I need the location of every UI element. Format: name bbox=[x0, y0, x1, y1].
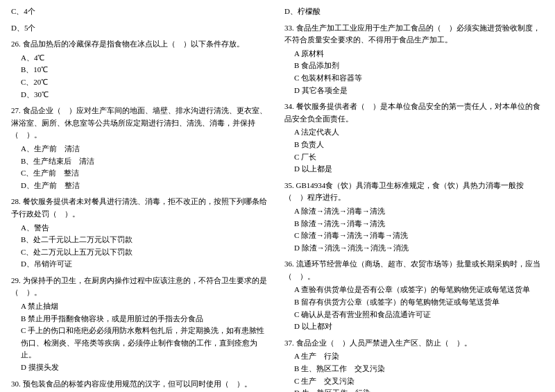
left-column: C、4个 D、5个 26. 食品加热后的冷藏保存是指食物在冰点以上（ ）以下条件… bbox=[11, 6, 271, 392]
q33-text: 33. 食品生产加工工业应用于生产加工食品的（ ）必须实施进货验收制度，不符合质… bbox=[284, 22, 544, 46]
q27-opt-d: D、生产前 整洁 bbox=[21, 180, 271, 192]
q26-options: A、4℃ B、10℃ C、20℃ D、30℃ bbox=[11, 52, 271, 101]
q36-block: 36. 流通环节经营单位（商场、超市、农贸市场等）批量或长期采购时，应当（ ）。… bbox=[284, 258, 544, 333]
q33-opt-a: A 原材料 bbox=[294, 48, 544, 60]
right-column: D、柠檬酸 33. 食品生产加工工业应用于生产加工食品的（ ）必须实施进货验收制… bbox=[284, 6, 544, 392]
q27-options: A、生产前 清洁 B、生产结束后 清洁 C、生产前 整洁 D、生产前 整洁 bbox=[11, 143, 271, 191]
q35-opt-d: D 除渣→消洗→消洗→消洗→消洗 bbox=[294, 242, 544, 255]
q28-opt-d: D、吊销许可证 bbox=[21, 258, 271, 271]
q37-opt-b: B 生、熟区工作 交叉污染 bbox=[294, 363, 544, 375]
q-d-citric-text: D、柠檬酸 bbox=[284, 6, 544, 18]
q-c4-text: C、4个 bbox=[11, 6, 271, 18]
q33-opt-d: D 其它各项全是 bbox=[294, 85, 544, 97]
q35-opt-b: B 除渣→清洗→消毒→清洗 bbox=[294, 218, 544, 230]
q28-opt-c: C、处二万元以上五万元以下罚款 bbox=[21, 246, 271, 259]
page-container: C、4个 D、5个 26. 食品加热后的冷藏保存是指食物在冰点以上（ ）以下条件… bbox=[11, 6, 544, 392]
q30-block: 30. 预包装食品的标签内容应使用规范的汉字，但可以同时使用（ ）。 A、拼音 … bbox=[11, 378, 271, 392]
q34-options: A 法定代表人 B 负责人 C 厂长 D 以上都是 bbox=[284, 126, 544, 175]
q35-options: A 除渣→清洗→消毒→清洗 B 除渣→清洗→消毒→清洗 C 除渣→消毒→清洗→消… bbox=[284, 205, 544, 254]
q28-text: 28. 餐饮服务提供者未对餐具进行清洗、消毒，拒不改正的，按照下列哪条给予行政处… bbox=[11, 196, 271, 220]
q28-opt-a: A、警告 bbox=[21, 222, 271, 235]
q26-opt-d: D、30℃ bbox=[21, 89, 271, 101]
q33-block: 33. 食品生产加工工业应用于生产加工食品的（ ）必须实施进货验收制度，不符合质… bbox=[284, 22, 544, 97]
q35-opt-c: C 除渣→消毒→清洗→消毒→清洗 bbox=[294, 230, 544, 242]
q36-opt-a: A 查验有供货单位是否有公章（或签字）的每笔购物凭证或每笔送货单 bbox=[294, 284, 544, 296]
q28-block: 28. 餐饮服务提供者未对餐具进行清洗、消毒，拒不改正的，按照下列哪条给予行政处… bbox=[11, 196, 271, 271]
q37-options: A 生产 行染 B 生、熟区工作 交叉污染 C 生产 交叉污染 D 生、熟区工作… bbox=[284, 350, 544, 392]
q-d5-text: D、5个 bbox=[11, 22, 271, 35]
q-c4: C、4个 bbox=[11, 6, 271, 18]
q34-text: 34. 餐饮服务提供者者（ ）是本单位食品安全的第一责任人，对本单位的食品安全负… bbox=[284, 101, 544, 125]
q37-opt-d: D 生、熟区工作 行染 bbox=[294, 387, 544, 392]
q35-text: 35. GB14934食（饮）具消毒卫生标准规定，食（饮）具热力消毒一般按（ ）… bbox=[284, 180, 544, 204]
q34-opt-d: D 以上都是 bbox=[294, 163, 544, 176]
q27-opt-c: C、生产前 整洁 bbox=[21, 167, 271, 180]
q34-opt-c: C 厂长 bbox=[294, 151, 544, 164]
q27-opt-b: B、生产结束后 清洁 bbox=[21, 155, 271, 168]
q34-block: 34. 餐饮服务提供者者（ ）是本单位食品安全的第一责任人，对本单位的食品安全负… bbox=[284, 101, 544, 176]
q29-opt-b: B 禁止用手指翻食物容块，或是用脏过的手指去分食品 bbox=[21, 313, 271, 325]
q36-opt-c: C 确认从是否有营业照和食品流通许可证 bbox=[294, 309, 544, 321]
q36-text: 36. 流通环节经营单位（商场、超市、农贸市场等）批量或长期采购时，应当（ ）。 bbox=[284, 258, 544, 282]
q26-opt-a: A、4℃ bbox=[21, 52, 271, 65]
q35-opt-a: A 除渣→清洗→消毒→清洗 bbox=[294, 205, 544, 218]
q37-opt-c: C 生产 交叉污染 bbox=[294, 375, 544, 388]
q30-text: 30. 预包装食品的标签内容应使用规范的汉字，但可以同时使用（ ）。 bbox=[11, 378, 271, 391]
q29-opt-a: A 禁止抽烟 bbox=[21, 300, 271, 313]
q37-block: 37. 食品企业（ ）人员严禁进入生产区、防止（ ）。 A 生产 行染 B 生、… bbox=[284, 337, 544, 392]
q27-text: 27. 食品企业（ ）应对生产车间的地面、墙壁、排水沟进行清洗、更衣室、淋浴室、… bbox=[11, 105, 271, 142]
q29-opt-d: D 摸摸头发 bbox=[21, 361, 271, 374]
q27-block: 27. 食品企业（ ）应对生产车间的地面、墙壁、排水沟进行清洗、更衣室、淋浴室、… bbox=[11, 105, 271, 191]
q34-opt-b: B 负责人 bbox=[294, 139, 544, 151]
q35-block: 35. GB14934食（饮）具消毒卫生标准规定，食（饮）具热力消毒一般按（ ）… bbox=[284, 180, 544, 255]
q29-options: A 禁止抽烟 B 禁止用手指翻食物容块，或是用脏过的手指去分食品 C 手上的伤口… bbox=[11, 300, 271, 374]
q37-text: 37. 食品企业（ ）人员严禁进入生产区、防止（ ）。 bbox=[284, 337, 544, 350]
q-d5: D、5个 bbox=[11, 22, 271, 35]
q26-text: 26. 食品加热后的冷藏保存是指食物在冰点以上（ ）以下条件存放。 bbox=[11, 38, 271, 51]
q33-opt-c: C 包装材料和容器等 bbox=[294, 72, 544, 85]
q29-text: 29. 为保持手的卫生，在厨房内操作过程中应该注意的，不符合卫生要求的是（ ）。 bbox=[11, 275, 271, 299]
q33-options: A 原材料 B 食品添加剂 C 包装材料和容器等 D 其它各项全是 bbox=[284, 48, 544, 96]
q28-opt-b: B、处二千元以上二万元以下罚款 bbox=[21, 234, 271, 246]
q36-opt-d: D 以上都对 bbox=[294, 321, 544, 333]
q37-opt-a: A 生产 行染 bbox=[294, 350, 544, 363]
q36-options: A 查验有供货单位是否有公章（或签字）的每笔购物凭证或每笔送货单 B 留存有供货… bbox=[284, 284, 544, 332]
q34-opt-a: A 法定代表人 bbox=[294, 126, 544, 139]
q29-block: 29. 为保持手的卫生，在厨房内操作过程中应该注意的，不符合卫生要求的是（ ）。… bbox=[11, 275, 271, 374]
q26-block: 26. 食品加热后的冷藏保存是指食物在冰点以上（ ）以下条件存放。 A、4℃ B… bbox=[11, 38, 271, 101]
q28-options: A、警告 B、处二千元以上二万元以下罚款 C、处二万元以上五万元以下罚款 D、吊… bbox=[11, 222, 271, 271]
q29-opt-c: C 手上的伤口和疮疤必必须用防水敷料包扎后，并定期换洗，如有患脓性伤口、检测炎、… bbox=[21, 325, 271, 361]
q27-opt-a: A、生产前 清洁 bbox=[21, 143, 271, 155]
q26-opt-c: C、20℃ bbox=[21, 76, 271, 89]
q-d-citric: D、柠檬酸 bbox=[284, 6, 544, 18]
q33-opt-b: B 食品添加剂 bbox=[294, 60, 544, 72]
q26-opt-b: B、10℃ bbox=[21, 64, 271, 76]
q36-opt-b: B 留存有供货方公章（或签字）的每笔购物凭证或每笔送货单 bbox=[294, 296, 544, 309]
